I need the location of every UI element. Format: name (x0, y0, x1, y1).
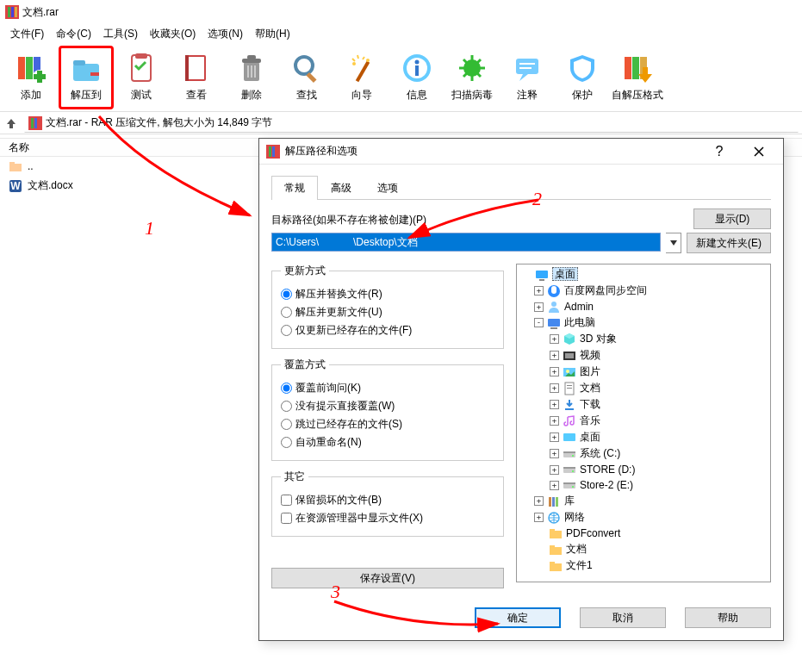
tree-item[interactable]: -此电脑 (519, 314, 768, 331)
tree-item[interactable]: +库 (519, 493, 768, 509)
tree-item[interactable]: +3D 对象 (519, 331, 768, 347)
svg-rect-82 (550, 563, 562, 571)
tree-expander[interactable]: + (550, 432, 559, 442)
tool-view[interactable]: 查看 (169, 46, 224, 109)
tree-item[interactable]: +文档 (519, 380, 768, 396)
tree-item[interactable]: +下载 (519, 396, 768, 413)
misc-opt-0[interactable]: 保留损坏的文件(B) (281, 493, 494, 507)
tool-find[interactable]: 查找 (279, 46, 334, 109)
help-dialog-button[interactable]: 帮助 (685, 607, 771, 628)
tree-expander[interactable]: + (550, 334, 559, 344)
tree-expander[interactable]: - (534, 318, 544, 327)
tool-sfx[interactable]: 自解压格式 (610, 46, 665, 109)
tab-general[interactable]: 常规 (271, 176, 318, 200)
update-opt-0[interactable]: 解压并替换文件(R) (281, 287, 494, 302)
add-icon (15, 52, 47, 84)
tree-expander[interactable]: + (534, 513, 544, 522)
up-button[interactable] (3, 115, 19, 131)
tree-expander[interactable]: + (534, 496, 544, 506)
tree-expander[interactable]: + (534, 302, 544, 312)
svg-rect-5 (26, 57, 33, 79)
cancel-button[interactable]: 取消 (580, 607, 666, 628)
tree-item[interactable]: +STORE (D:) (519, 462, 768, 477)
menu-tools[interactable]: 工具(S) (98, 25, 143, 43)
tree-expander[interactable]: + (550, 400, 559, 409)
show-button[interactable]: 显示(D) (693, 208, 771, 229)
tree-item[interactable]: +百度网盘同步空间 (519, 283, 768, 299)
update-opt-2[interactable]: 仅更新已经存在的文件(F) (281, 323, 494, 338)
svg-rect-78 (550, 531, 562, 538)
svg-point-73 (572, 486, 574, 488)
overwrite-opt-0[interactable]: 覆盖前询问(K) (281, 381, 494, 395)
tree-label: 库 (564, 494, 575, 508)
tree-expander[interactable]: + (550, 383, 559, 393)
dest-path-dropdown[interactable] (666, 233, 681, 253)
tool-comment[interactable]: 注释 (500, 46, 555, 109)
menu-options[interactable]: 选项(N) (202, 25, 248, 43)
svg-text:W: W (10, 180, 21, 192)
update-mode-group: 更新方式 解压并替换文件(R) 解压并更新文件(U) 仅更新已经存在的文件(F) (271, 264, 504, 349)
tree-item[interactable]: +图片 (519, 364, 768, 380)
tool-extract-to[interactable]: 解压到 (59, 46, 114, 109)
save-settings-button[interactable]: 保存设置(V) (271, 568, 504, 588)
dialog-title-bar: 解压路径和选项 ? (259, 139, 783, 165)
tree-item[interactable]: +网络 (519, 509, 768, 526)
tree-item[interactable]: 文件1 (519, 557, 768, 574)
user-icon (547, 300, 561, 314)
tree-item[interactable]: +系统 (C:) (519, 445, 768, 462)
tree-expander[interactable]: + (550, 465, 559, 475)
tool-protect[interactable]: 保护 (555, 46, 610, 109)
ok-button[interactable]: 确定 (475, 607, 561, 628)
toolbar: 添加 解压到 测试 查看 删除 查找 向导 信息 扫描病毒 注释 保护 (0, 43, 802, 112)
svg-rect-66 (563, 451, 575, 453)
svg-point-27 (352, 62, 356, 65)
menu-favorites[interactable]: 收藏夹(O) (145, 25, 201, 43)
update-opt-1[interactable]: 解压并更新文件(U) (281, 305, 494, 320)
tree-item[interactable]: +桌面 (519, 429, 768, 445)
pc-icon (547, 316, 561, 330)
tool-test[interactable]: 测试 (114, 46, 169, 109)
help-button[interactable]: ? (702, 140, 737, 164)
overwrite-opt-3[interactable]: 自动重命名(N) (281, 435, 494, 450)
svg-rect-51 (539, 279, 544, 281)
tree-label: PDFconvert (566, 527, 620, 539)
tree-label: Admin (564, 301, 594, 313)
tab-advanced[interactable]: 高级 (318, 176, 364, 200)
overwrite-opt-2[interactable]: 跳过已经存在的文件(S) (281, 417, 494, 432)
desktop-icon (535, 268, 549, 282)
dest-path-input[interactable] (271, 233, 661, 252)
annotation-3: 3 (331, 581, 340, 603)
tool-delete[interactable]: 删除 (224, 46, 279, 109)
download-icon (563, 398, 576, 412)
tool-add[interactable]: 添加 (3, 46, 59, 109)
menu-file[interactable]: 文件(F) (5, 25, 49, 43)
tree-expander[interactable]: + (534, 286, 544, 296)
tree-expander[interactable]: + (550, 351, 559, 360)
tab-options[interactable]: 选项 (364, 176, 411, 200)
tree-expander[interactable]: + (550, 367, 559, 376)
tree-expander[interactable]: + (550, 481, 559, 490)
tree-item[interactable]: +Store-2 (E:) (519, 477, 768, 493)
svg-point-70 (572, 470, 574, 472)
misc-group: 其它 保留损坏的文件(B) 在资源管理器中显示文件(X) (271, 470, 504, 537)
tree-item[interactable]: 桌面 (519, 266, 768, 283)
tree-item[interactable]: +视频 (519, 347, 768, 364)
folder-tree[interactable]: 桌面+百度网盘同步空间+Admin-此电脑+3D 对象+视频+图片+文档+下载+… (516, 264, 771, 582)
close-button[interactable] (742, 140, 776, 164)
tree-item[interactable]: +音乐 (519, 413, 768, 429)
tool-scan-virus[interactable]: 扫描病毒 (445, 46, 500, 109)
svg-rect-80 (550, 547, 562, 555)
tree-item[interactable]: +Admin (519, 299, 768, 314)
misc-opt-1[interactable]: 在资源管理器中显示文件(X) (281, 511, 494, 526)
menu-help[interactable]: 帮助(H) (250, 25, 295, 43)
new-folder-button[interactable]: 新建文件夹(E) (687, 233, 771, 253)
tree-item[interactable]: 文档 (519, 541, 768, 557)
tool-info[interactable]: 信息 (389, 46, 445, 109)
overwrite-opt-1[interactable]: 没有提示直接覆盖(W) (281, 399, 494, 414)
tree-expander[interactable]: + (550, 449, 559, 458)
menu-command[interactable]: 命令(C) (51, 25, 96, 43)
path-display[interactable]: 文档.rar - RAR 压缩文件, 解包大小为 14,849 字节 (24, 113, 799, 133)
tree-expander[interactable]: + (550, 416, 559, 426)
tool-wizard[interactable]: 向导 (334, 46, 389, 109)
tree-item[interactable]: PDFconvert (519, 526, 768, 541)
